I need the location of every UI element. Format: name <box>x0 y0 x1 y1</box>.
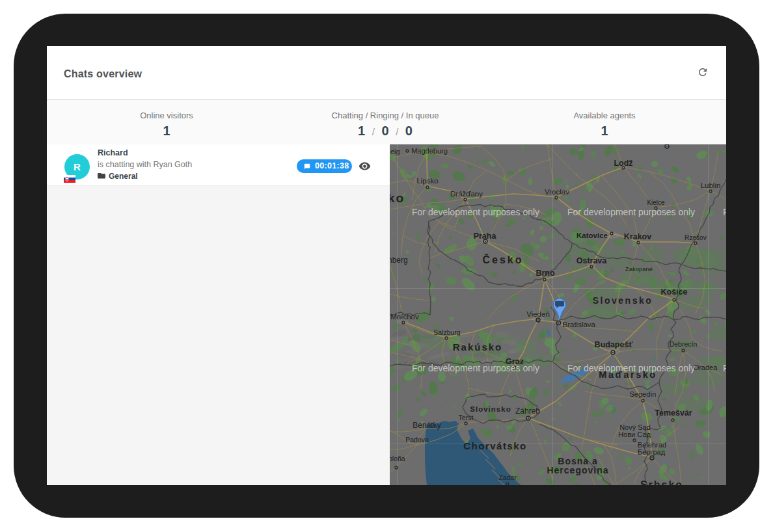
svg-text:Viedeň: Viedeň <box>526 310 550 318</box>
svg-text:Slovensko: Slovensko <box>593 295 653 306</box>
svg-text:eig: eig <box>390 148 400 155</box>
svg-text:oloña: oloña <box>390 455 405 462</box>
svg-text:Ostrava: Ostrava <box>576 256 608 265</box>
svg-text:Kielce: Kielce <box>647 199 665 206</box>
svg-text:Slovinsko: Slovinsko <box>470 405 511 413</box>
svg-text:Temešvár: Temešvár <box>655 408 692 418</box>
svg-text:Нови Сад: Нови Сад <box>618 431 651 438</box>
svg-text:Chorvátsko: Chorvátsko <box>463 440 527 451</box>
svg-text:Zadar: Zadar <box>498 473 517 481</box>
svg-text:Mníchov: Mníchov <box>390 313 419 321</box>
svg-text:Vroclav: Vroclav <box>545 188 569 196</box>
svg-text:ko: ko <box>390 191 405 205</box>
svg-text:For development purposes only: For development purposes only <box>567 207 695 217</box>
svg-text:Záhreb: Záhreb <box>515 406 540 416</box>
svg-text:Budapešť: Budapešť <box>595 340 633 349</box>
svg-text:Srbsko: Srbsko <box>640 479 683 485</box>
svg-text:Debrecín: Debrecín <box>670 340 698 348</box>
svg-text:nberg: nberg <box>390 256 408 265</box>
svg-text:Katovice: Katovice <box>576 232 608 239</box>
svg-text:For development purposes only: For development purposes only <box>723 363 726 373</box>
svg-text:Lipsko: Lipsko <box>416 177 438 185</box>
svg-text:Krakov: Krakov <box>624 232 651 241</box>
svg-text:Benátky: Benátky <box>413 421 441 430</box>
svg-text:Padova: Padova <box>405 436 429 444</box>
svg-text:Rzešov: Rzešov <box>685 234 706 241</box>
svg-text:Česko: Česko <box>482 254 523 265</box>
svg-text:Oradea: Oradea <box>694 364 718 371</box>
svg-text:For development purposes only: For development purposes only <box>723 207 726 217</box>
svg-text:Magdeburg: Magdeburg <box>411 147 448 155</box>
svg-text:Terst: Terst <box>459 414 474 421</box>
svg-text:Lublin: Lublin <box>701 181 721 189</box>
svg-text:For development purposes only: For development purposes only <box>567 363 695 373</box>
svg-text:For development purposes only: For development purposes only <box>412 207 539 217</box>
svg-text:Košice: Košice <box>661 287 688 297</box>
svg-text:Hercegovina: Hercegovina <box>547 465 608 475</box>
svg-text:Zakopané: Zakopané <box>625 265 653 273</box>
svg-text:Drážďany: Drážďany <box>450 190 483 198</box>
svg-text:Salzburg: Salzburg <box>433 328 461 336</box>
svg-text:Bratislava: Bratislava <box>563 321 596 328</box>
svg-text:Brno: Brno <box>536 269 555 278</box>
svg-text:Segedín: Segedín <box>630 390 657 398</box>
svg-text:For development purposes only: For development purposes only <box>412 363 539 373</box>
svg-text:Rakúsko: Rakúsko <box>453 341 503 352</box>
svg-text:Београд: Београд <box>638 448 666 456</box>
